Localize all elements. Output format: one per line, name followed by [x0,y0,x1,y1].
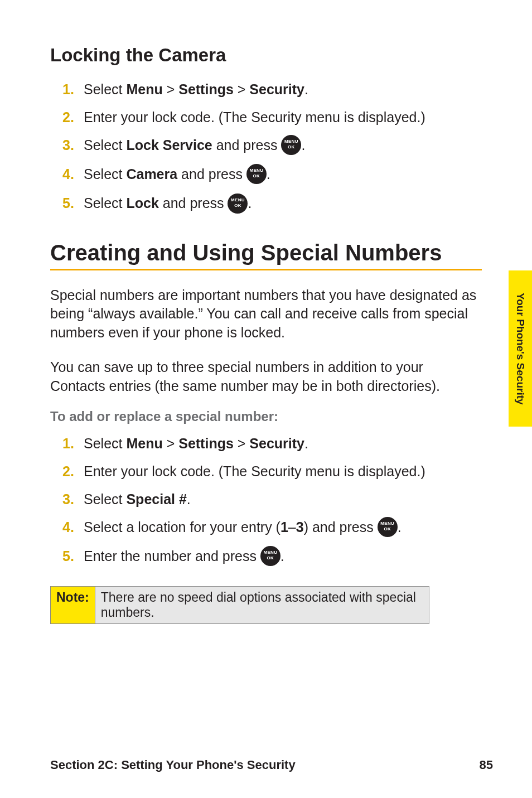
step-bold: Special # [126,491,186,507]
step-text: Select [84,491,126,507]
list-item: 1. Select Menu > Settings > Security. [72,430,482,458]
step-text: Select a location for your entry ( [84,519,280,535]
steps-special-number: 1. Select Menu > Settings > Security. 2.… [50,430,482,572]
step-text: and press [212,137,282,153]
step-number: 5. [62,194,74,213]
page-footer: Section 2C: Setting Your Phone's Securit… [50,758,493,772]
menu-ok-icon [260,546,280,566]
list-item: 2. Enter your lock code. (The Security m… [72,458,482,486]
lead-text: To add or replace a special number: [50,409,482,424]
list-item: 3. Select Lock Service and press . [72,132,482,161]
step-text: Select [84,195,126,211]
menu-ok-icon [228,194,248,214]
step-number: 4. [62,518,74,537]
step-text: > [163,81,179,97]
main-heading: Creating and Using Special Numbers [50,240,482,270]
step-text: . [187,491,191,507]
step-bold: 3 [296,519,304,535]
side-tab-label: Your Phone's Security [514,293,526,405]
step-text: Select [84,166,126,182]
step-text: . [280,548,284,564]
step-number: 1. [62,434,74,453]
step-text: – [288,519,296,535]
step-number: 5. [62,547,74,566]
step-bold: Security [249,436,304,451]
step-bold: Lock Service [126,137,212,153]
footer-page-number: 85 [480,758,493,772]
step-text: > [163,436,179,451]
step-text: and press [177,166,246,182]
menu-ok-icon [281,135,301,155]
step-bold: Settings [178,436,234,451]
step-text: > [234,81,250,97]
step-text: Select [84,436,126,451]
step-text: ) and press [304,519,378,535]
step-number: 3. [62,136,74,155]
step-text: . [267,166,270,182]
step-text: . [398,519,402,535]
note-text: There are no speed dial options associat… [95,587,429,624]
menu-ok-icon [378,517,398,537]
step-text: . [304,81,308,97]
steps-locking-camera: 1. Select Menu > Settings > Security. 2.… [50,76,482,219]
step-number: 2. [62,108,74,127]
step-bold: Settings [178,81,234,97]
step-number: 2. [62,462,74,481]
step-number: 1. [62,80,74,99]
footer-section: Section 2C: Setting Your Phone's Securit… [50,758,296,772]
paragraph: You can save up to three special numbers… [50,358,482,396]
step-text: Select [84,137,126,153]
sub-heading: Locking the Camera [50,45,482,66]
step-bold: 1 [280,519,288,535]
step-bold: Lock [126,195,158,211]
menu-ok-icon [246,164,267,184]
list-item: 5. Enter the number and press . [72,543,482,572]
step-text: Enter your lock code. (The Security menu… [84,109,425,125]
note-box: Note: There are no speed dial options as… [50,586,429,624]
list-item: 2. Enter your lock code. (The Security m… [72,104,482,132]
step-text: > [234,436,250,451]
step-bold: Security [249,81,304,97]
step-number: 4. [62,165,74,184]
paragraph: Special numbers are important numbers th… [50,286,482,342]
list-item: 4. Select a location for your entry (1–3… [72,514,482,543]
page-content: Locking the Camera 1. Select Menu > Sett… [0,0,532,624]
step-text: and press [159,195,228,211]
list-item: 3. Select Special #. [72,486,482,514]
step-bold: Camera [126,166,177,182]
step-text: Enter the number and press [84,548,260,564]
step-text: . [248,195,252,211]
list-item: 5. Select Lock and press . [72,190,482,219]
note-label: Note: [51,587,95,624]
step-bold: Menu [126,81,162,97]
step-text: Enter your lock code. (The Security menu… [84,463,425,479]
list-item: 1. Select Menu > Settings > Security. [72,76,482,104]
step-number: 3. [62,490,74,509]
side-tab: Your Phone's Security [509,270,532,427]
step-text: Select [84,81,126,97]
step-bold: Menu [126,436,162,451]
step-text: . [304,436,308,451]
list-item: 4. Select Camera and press . [72,161,482,190]
step-text: . [301,137,305,153]
